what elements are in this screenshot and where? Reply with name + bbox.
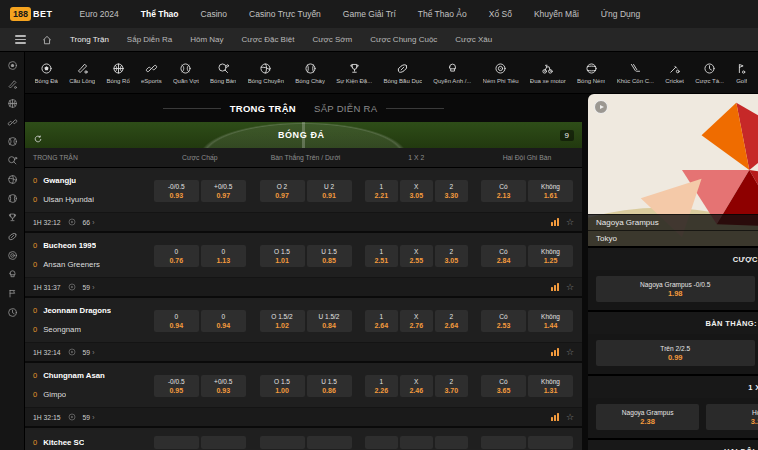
top-nav-xo-so[interactable]: Xổ Số (489, 9, 512, 19)
odds-cell[interactable]: Không1.31 (528, 375, 573, 397)
markets-count[interactable]: 59› (83, 414, 95, 421)
favorite-star-icon[interactable]: ☆ (566, 348, 574, 357)
odds-cell[interactable] (201, 436, 246, 449)
odds-cell[interactable]: -0/0.50.93 (154, 180, 199, 202)
sport-item-bong-nem[interactable]: Bóng Ném (577, 62, 605, 84)
odds-cell[interactable] (481, 436, 526, 449)
tab-in-play[interactable]: TRONG TRẬN (230, 103, 296, 114)
odds-cell[interactable] (260, 436, 305, 449)
odds-cell[interactable]: Có2.53 (481, 310, 526, 332)
sub-nav-sap-dien-ra[interactable]: Sắp Diễn Ra (127, 35, 172, 44)
odds-cell[interactable] (400, 436, 433, 449)
panel-home-team[interactable]: Nagoya Grampus (588, 214, 758, 230)
teams[interactable]: 0Bucheon 19950Ansan Greeners (33, 241, 141, 270)
top-nav-casino[interactable]: Casino (201, 9, 227, 19)
sport-item-bong-chay[interactable]: Bóng Chày (295, 62, 325, 84)
sport-item-quyen-anh[interactable]: Quyền Anh /... (433, 62, 471, 84)
odds-cell[interactable]: U 1.50.85 (307, 245, 352, 267)
favorite-star-icon[interactable]: ☆ (566, 413, 574, 422)
odds-cell[interactable] (365, 436, 398, 449)
sub-nav-cuoc-som[interactable]: Cược Sớm (312, 35, 352, 44)
top-nav-ung-dung[interactable]: Ứng Dụng (601, 9, 640, 19)
stats-icon[interactable] (551, 348, 559, 356)
sport-item-bong-bau-duc[interactable]: Bóng Bầu Dục (383, 62, 422, 84)
odds-cell[interactable]: X3.05 (400, 180, 433, 202)
stats-icon[interactable] (551, 218, 559, 226)
odds-cell[interactable]: 12.64 (365, 310, 398, 332)
markets-count[interactable]: 59› (83, 349, 95, 356)
home-icon[interactable] (41, 34, 53, 46)
odds-cell[interactable]: O 1.51.00 (260, 375, 305, 397)
sidebar-item-darts[interactable] (7, 250, 18, 261)
market-button[interactable]: Trên 2/2.50.99 (596, 340, 755, 366)
sport-item-esports[interactable]: eSports (141, 62, 162, 84)
odds-cell[interactable] (154, 436, 199, 449)
teams[interactable]: 0Jeonnam Dragons0Seongnam (33, 306, 141, 335)
sport-item-golf[interactable]: Golf (735, 62, 748, 84)
odds-cell[interactable]: U 1.5/20.84 (307, 310, 352, 332)
odds-cell[interactable]: 12.26 (365, 375, 398, 397)
sidebar-item-soccer[interactable] (7, 60, 18, 71)
sport-item-cau-long[interactable]: Cầu Lông (69, 62, 95, 84)
sidebar-item-badminton[interactable] (7, 79, 18, 90)
sport-item-bong-da[interactable]: Bóng Đá (35, 62, 58, 84)
sport-item-cricket[interactable]: Cricket (665, 62, 684, 84)
odds-cell[interactable]: 01.13 (201, 245, 246, 267)
odds-cell[interactable]: 23.30 (435, 180, 468, 202)
odds-cell[interactable]: Có3.65 (481, 375, 526, 397)
odds-cell[interactable]: Có2.13 (481, 180, 526, 202)
sidebar-item-boxing[interactable] (7, 269, 18, 280)
top-nav-casino-truc-tuyen[interactable]: Casino Trực Tuyến (249, 9, 321, 19)
odds-cell[interactable]: Không1.44 (528, 310, 573, 332)
odds-cell[interactable]: X2.76 (400, 310, 433, 332)
sidebar-item-baseball[interactable] (7, 193, 18, 204)
odds-cell[interactable] (435, 436, 468, 449)
teams[interactable]: 0Gwangju0Ulsan Hyundai (33, 176, 141, 205)
sidebar-item-trophy[interactable] (7, 212, 18, 223)
sidebar-item-flag[interactable] (7, 288, 18, 299)
sub-nav-cuoc-dac-biet[interactable]: Cược Đặc Biệt (242, 35, 295, 44)
panel-away-team[interactable]: Tokyo (588, 230, 758, 246)
odds-cell[interactable]: 00.94 (154, 310, 199, 332)
odds-cell[interactable] (307, 436, 352, 449)
sport-item-cuoc-ta[interactable]: Cược Tà... (695, 62, 724, 84)
teams[interactable]: 0Kitchee SC (33, 438, 141, 448)
odds-cell[interactable]: U 20.91 (307, 180, 352, 202)
odds-cell[interactable] (528, 436, 573, 449)
odds-cell[interactable]: -0/0.50.95 (154, 375, 199, 397)
odds-cell[interactable]: O 20.97 (260, 180, 305, 202)
sport-item-khuc-con-c[interactable]: Khúc Côn C... (617, 62, 654, 84)
odds-cell[interactable]: O 1.5/21.02 (260, 310, 305, 332)
sidebar-item-volleyball[interactable] (7, 174, 18, 185)
odds-cell[interactable]: 23.70 (435, 375, 468, 397)
sport-item-bong-ro[interactable]: Bóng Rổ (106, 62, 129, 84)
stats-icon[interactable] (551, 413, 559, 421)
sport-item-nem-phi-tieu[interactable]: Ném Phi Tiêu (483, 62, 519, 84)
odds-cell[interactable]: U 1.50.86 (307, 375, 352, 397)
top-nav-euro-2024[interactable]: Euro 2024 (80, 9, 119, 19)
sport-item-dua-xe-motor[interactable]: Đua xe motor (530, 62, 566, 84)
stats-icon[interactable] (551, 283, 559, 291)
markets-count[interactable]: 66› (83, 219, 95, 226)
brand-logo[interactable]: 188 BET (10, 7, 53, 21)
top-nav-game-giai-tri[interactable]: Game Giải Trí (343, 9, 396, 19)
odds-cell[interactable]: 12.21 (365, 180, 398, 202)
market-button[interactable]: Nagoya Grampus -0/0.51.98 (596, 276, 755, 302)
odds-cell[interactable]: 22.64 (435, 310, 468, 332)
sport-item-su-kien-da[interactable]: Sự Kiện Đặ... (336, 62, 372, 84)
odds-cell[interactable]: 00.76 (154, 245, 199, 267)
sidebar-item-tennis[interactable] (7, 136, 18, 147)
odds-cell[interactable]: +0/0.50.93 (201, 375, 246, 397)
tab-upcoming[interactable]: SẮP DIỄN RA (314, 103, 377, 114)
sport-item-quan-vot[interactable]: Quần Vợt (173, 62, 199, 84)
favorite-star-icon[interactable]: ☆ (566, 283, 574, 292)
menu-icon[interactable] (15, 35, 26, 44)
top-nav-the-thao-ao[interactable]: Thể Thao Ảo (418, 9, 467, 19)
sidebar-item-esports[interactable] (7, 117, 18, 128)
markets-count[interactable]: 59› (83, 284, 95, 291)
sidebar-item-betting[interactable] (7, 307, 18, 318)
odds-cell[interactable]: X2.55 (400, 245, 433, 267)
refresh-icon[interactable] (33, 130, 43, 140)
odds-cell[interactable]: O 1.51.01 (260, 245, 305, 267)
odds-cell[interactable]: +0/0.50.97 (201, 180, 246, 202)
